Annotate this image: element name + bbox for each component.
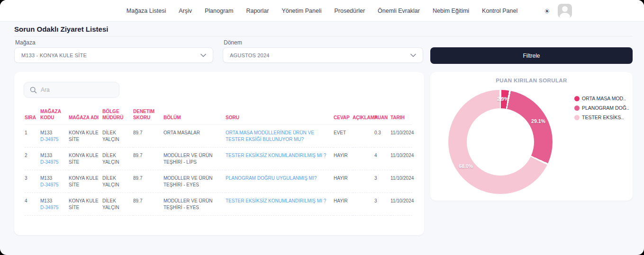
cell-sira: 2 — [25, 148, 40, 170]
cell-soru: PLANOGRAM DOĞRU UYGULANMIŞ MI? — [226, 170, 334, 193]
cell-tarih: 11/10/2024 — [390, 148, 412, 170]
col-header-magaza-kodu: MAĞAZA KODU — [40, 106, 69, 125]
legend-dot — [574, 96, 580, 101]
slice-label-planogram: 29.1% — [531, 118, 545, 124]
cell-sira: 1 — [25, 125, 40, 148]
cell-puan: 3 — [374, 193, 390, 216]
cell-aciklama — [353, 148, 374, 170]
cell-soru: ORTA MASA MODÜLLERİNDE ÜRÜN VE TESTER EK… — [226, 125, 334, 148]
table-header-row: SIRA MAĞAZA KODU MAĞAZA ADI BÖLGE MÜDÜRÜ… — [25, 106, 412, 125]
cell-magaza-kodu: M133D-34975 — [40, 148, 69, 170]
visit-list-panel: SIRA MAĞAZA KODU MAĞAZA ADI BÖLGE MÜDÜRÜ… — [14, 72, 424, 235]
cell-bolge-muduru: DİLEK YALÇIN — [102, 193, 133, 216]
cell-bolum: ORTA MASALAR — [163, 125, 226, 148]
cell-bolge-muduru: DİLEK YALÇIN — [102, 170, 133, 193]
magaza-kodu: M133 — [40, 176, 52, 181]
nav-prosedurler[interactable]: Prosedürler — [334, 8, 365, 14]
search-icon — [30, 87, 37, 94]
app-window: Mağaza Listesi Arşiv Planogram Raporlar … — [0, 0, 644, 255]
col-header-soru: SORU — [226, 106, 334, 125]
nav-kontrol-panel[interactable]: Kontrol Panel — [482, 8, 517, 14]
magaza-kodu: M133 — [40, 153, 52, 158]
cell-denetim-skoru: 89.7 — [133, 170, 163, 193]
cell-bolum: MODÜLLER VE ÜRÜN TEŞHİRİ - EYES — [163, 193, 226, 216]
table-row: 2 M133D-34975 KONYA KULE SİTE DİLEK YALÇ… — [25, 148, 412, 170]
denetim-kodu-link[interactable]: D-34975 — [40, 159, 58, 165]
col-header-bolge-muduru: BÖLGE MÜDÜRÜ — [102, 106, 133, 125]
nav-arsiv[interactable]: Arşiv — [179, 8, 192, 14]
chevron-down-icon — [200, 53, 206, 57]
cell-denetim-skoru: 89.7 — [133, 125, 163, 148]
search-input[interactable] — [41, 87, 107, 93]
col-header-puan: PUAN — [374, 106, 390, 125]
legend-dot — [574, 106, 580, 111]
col-header-tarih: TARIH — [390, 106, 412, 125]
col-header-bolum: BÖLÜM — [163, 106, 226, 125]
magaza-kodu: M133 — [40, 198, 52, 203]
cell-tarih: 11/10/2024 — [390, 193, 412, 216]
table-row: 3 M133D-34975 KONYA KULE SİTE DİLEK YALÇ… — [25, 170, 412, 193]
nav-nebim-egitimi[interactable]: Nebim Eğitimi — [433, 8, 469, 14]
magaza-kodu: M133 — [40, 130, 52, 135]
theme-toggle-sun-icon[interactable]: ☀ — [544, 8, 550, 15]
cell-aciklama — [353, 193, 374, 216]
cell-sira: 4 — [25, 193, 40, 216]
cell-cevap: HAYIR — [334, 148, 353, 170]
col-header-denetim-skoru: DENETIM SKORU — [133, 106, 163, 125]
legend-label: PLANOGRAM DOĞ.. — [582, 105, 629, 111]
cell-puan: 0.3 — [374, 125, 390, 148]
donem-select[interactable]: AGUSTOS 2024 — [223, 47, 423, 63]
user-avatar[interactable] — [558, 4, 572, 18]
soru-link[interactable]: TESTER EKSİKSİZ KONUMLANDIRILMIŞ MI ? — [226, 153, 326, 158]
table-row: 1 M133D-34975 KONYA KULE SİTE DİLEK YALÇ… — [25, 125, 412, 148]
cell-puan: 3 — [374, 170, 390, 193]
magaza-select[interactable]: M133 - KONYA KULE SİTE — [14, 47, 213, 63]
legend-label: ORTA MASA MOD.. — [582, 96, 626, 101]
soru-link[interactable]: PLANOGRAM DOĞRU UYGULANMIŞ MI? — [226, 176, 317, 181]
nav-onemli-evraklar[interactable]: Önemli Evraklar — [378, 8, 420, 14]
cell-soru: TESTER EKSİKSİZ KONUMLANDIRILMIŞ MI ? — [226, 148, 334, 170]
cell-magaza-kodu: M133D-34975 — [40, 193, 69, 216]
legend-item-tester[interactable]: TESTER EKSİKS.. — [574, 114, 629, 120]
table-search[interactable] — [24, 82, 119, 98]
cell-puan: 4 — [374, 148, 390, 170]
cell-magaza-adi: KONYA KULE SİTE — [69, 170, 102, 193]
chart-title: PUAN KIRILAN SORULAR — [430, 78, 633, 83]
filtrele-button[interactable]: Filtrele — [430, 47, 633, 64]
slice-label-orta-masa: 2.9% — [497, 96, 508, 102]
donem-select-value: AGUSTOS 2024 — [230, 53, 270, 58]
cell-aciklama — [353, 125, 374, 148]
chevron-down-icon — [410, 53, 416, 57]
denetim-kodu-link[interactable]: D-34975 — [40, 137, 58, 142]
soru-link[interactable]: ORTA MASA MODÜLLERİNDE ÜRÜN VE TESTER EK… — [226, 130, 314, 142]
cell-cevap: HAYIR — [334, 170, 353, 193]
visit-table: SIRA MAĞAZA KODU MAĞAZA ADI BÖLGE MÜDÜRÜ… — [25, 106, 412, 216]
legend-item-planogram[interactable]: PLANOGRAM DOĞ.. — [574, 105, 629, 111]
cell-magaza-adi: KONYA KULE SİTE — [69, 193, 102, 216]
donem-filter-label: Dönem — [224, 39, 242, 46]
topbar-actions: ☀ — [544, 0, 572, 22]
cell-bolge-muduru: DİLEK YALÇIN — [102, 148, 133, 170]
page-title: Sorun Odaklı Ziyaret Listesi — [14, 25, 108, 33]
cell-bolum: MODÜLLER VE ÜRÜN TEŞHİRİ - LİPS — [163, 148, 226, 170]
cell-soru: TESTER EKSİKSİZ KONUMLANDIRILMIŞ MI ? — [226, 193, 334, 216]
soru-link[interactable]: TESTER EKSİKSİZ KONUMLANDIRILMIŞ MI ? — [226, 198, 326, 203]
cell-magaza-kodu: M133D-34975 — [40, 125, 69, 148]
cell-tarih: 11/10/2024 — [390, 170, 412, 193]
cell-magaza-kodu: M133D-34975 — [40, 170, 69, 193]
denetim-kodu-link[interactable]: D-34975 — [40, 205, 58, 210]
nav-planogram[interactable]: Planogram — [205, 8, 233, 14]
cell-magaza-adi: KONYA KULE SİTE — [69, 125, 102, 148]
donut-chart[interactable]: 2.9% 29.1% 68.0% — [448, 90, 553, 194]
nav-raporlar[interactable]: Raporlar — [246, 8, 269, 14]
cell-denetim-skoru: 89.7 — [133, 148, 163, 170]
score-breakdown-panel: PUAN KIRILAN SORULAR 2.9% 29.1% 68.0% OR… — [430, 72, 633, 201]
title-divider — [14, 36, 633, 36]
legend-item-orta-masa[interactable]: ORTA MASA MOD.. — [574, 96, 629, 101]
cell-bolge-muduru: DİLEK YALÇIN — [102, 125, 133, 148]
denetim-kodu-link[interactable]: D-34975 — [40, 182, 58, 187]
nav-magaza-listesi[interactable]: Mağaza Listesi — [127, 8, 166, 14]
table-row: 4 M133D-34975 KONYA KULE SİTE DİLEK YALÇ… — [25, 193, 412, 216]
nav-yonetim-paneli[interactable]: Yönetim Paneli — [281, 8, 321, 14]
cell-cevap: EVET — [334, 125, 353, 148]
